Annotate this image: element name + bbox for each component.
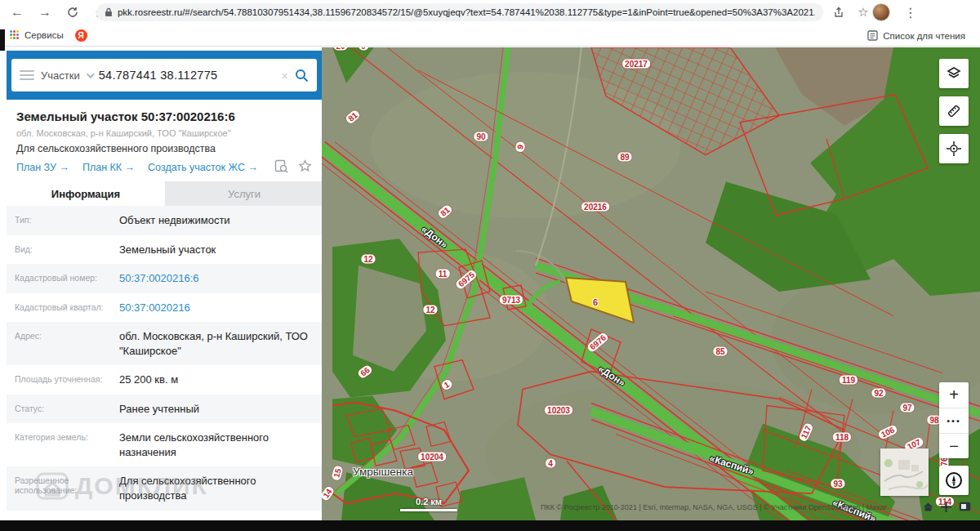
measure-button[interactable]: [939, 96, 969, 126]
clear-search-icon[interactable]: ×: [281, 69, 288, 83]
parcel-label[interactable]: 12: [423, 306, 437, 315]
doc-search-icon[interactable]: [274, 159, 288, 173]
search-input[interactable]: [99, 69, 275, 82]
favorite-star-icon[interactable]: [298, 159, 312, 173]
bottom-black-bar: [0, 520, 980, 531]
center-small-icon[interactable]: [941, 502, 951, 512]
search-field: Участки ×: [11, 59, 317, 91]
card-link-0[interactable]: План ЗУ →: [16, 162, 69, 173]
info-label: Разрешенное использование:: [15, 474, 119, 502]
info-value: Земельный участок: [119, 243, 311, 257]
parcel-label[interactable]: 20216: [581, 203, 609, 212]
info-value: Для сельскохозяйственного производства: [119, 474, 311, 502]
parcel-label[interactable]: 97: [900, 404, 914, 413]
parcel-label[interactable]: 9713: [500, 296, 523, 305]
parcel-label[interactable]: 92: [871, 389, 885, 398]
map-attribution: ПКК © Росреестр 2010-2021 | Esri, Interm…: [541, 503, 887, 511]
parcel-label[interactable]: 93: [831, 480, 844, 489]
back-icon[interactable]: ←: [7, 2, 28, 23]
parcel-label[interactable]: 20217: [622, 60, 650, 69]
info-label: Тип:: [15, 213, 119, 228]
parcel-label[interactable]: 6: [593, 297, 598, 307]
overview-minimap[interactable]: [880, 448, 929, 496]
search-category-label: Участки: [41, 69, 80, 82]
map-canvas[interactable]: 2098181909892021720216121169751297136697…: [322, 47, 980, 520]
info-label: Статус:: [15, 402, 119, 417]
info-value: Земли сельскохозяйственного назначения: [119, 431, 311, 459]
info-table: Тип:Объект недвижимостиВид:Земельный уча…: [7, 206, 323, 531]
info-row: Категория земель:Земли сельскохозяйствен…: [7, 423, 323, 466]
parcel-label[interactable]: 89: [617, 153, 631, 162]
parcel-label[interactable]: 4: [546, 459, 555, 468]
lock-icon: [105, 7, 113, 17]
reload-icon[interactable]: [62, 2, 83, 23]
reading-list-label: Список для чтения: [883, 31, 965, 41]
info-label: Адрес:: [15, 329, 119, 358]
card-link-2[interactable]: Создать участок ЖС →: [148, 162, 258, 173]
share-icon[interactable]: [828, 2, 849, 23]
info-label: Кадастровый квартал:: [15, 301, 119, 315]
info-row: Статус:Ранее учтенный: [7, 395, 323, 424]
menu-hamburger-icon[interactable]: [20, 70, 34, 80]
info-value-link[interactable]: 50:37:0020216: [119, 301, 311, 315]
parcel-label[interactable]: 118: [833, 433, 851, 442]
info-value: Объект недвижимости: [119, 213, 311, 228]
tab-information[interactable]: Информация: [7, 181, 165, 206]
zoom-in-button[interactable]: +: [939, 382, 969, 408]
address-bar[interactable]: pkk.rosreestr.ru/#/search/54.78810307951…: [96, 3, 823, 21]
yandex-bookmark-icon[interactable]: Я: [75, 29, 87, 42]
fullscreen-small-icon[interactable]: [959, 502, 971, 511]
parcel-label[interactable]: 12: [361, 255, 375, 264]
parcel-label[interactable]: 85: [713, 347, 727, 356]
apps-grid-icon[interactable]: [10, 30, 20, 40]
info-value-link[interactable]: 50:37:0020216:6: [119, 271, 311, 286]
browser-toolbar: ← → pkk.rosreestr.ru/#/search/54.7881030…: [0, 0, 980, 25]
parcel-label[interactable]: 119: [840, 376, 858, 385]
card-links: План ЗУ →План КК →Создать участок ЖС →: [16, 162, 312, 173]
parcel-label[interactable]: 90: [474, 132, 488, 141]
parcel-label[interactable]: 11: [436, 270, 450, 279]
info-label: Вид:: [15, 243, 119, 257]
parcel-usage: Для сельскохозяйственного производства: [16, 143, 312, 154]
scale-bar: 0.2 км: [400, 497, 457, 511]
attribution-icons: [923, 502, 971, 512]
compass-icon: [944, 471, 964, 490]
parcel-label[interactable]: 10203: [545, 406, 572, 415]
parcel-address-subtitle: обл. Московская, р-н Каширский, ТОО "Каш…: [16, 128, 312, 138]
search-category-select[interactable]: Участки: [41, 69, 92, 82]
locate-button[interactable]: [939, 466, 969, 495]
browser-menu-icon[interactable]: ⋮: [900, 2, 921, 23]
home-small-icon[interactable]: [923, 502, 933, 512]
crosshair-icon: [946, 141, 962, 157]
tab-services[interactable]: Услуги: [165, 181, 323, 206]
layers-button[interactable]: [939, 59, 969, 88]
info-value: Ранее учтенный: [119, 402, 311, 417]
window-edge: [0, 29, 5, 51]
reading-list[interactable]: Список для чтения: [867, 25, 965, 47]
info-value: 25 200 кв. м: [119, 373, 311, 387]
layers-icon: [946, 65, 962, 82]
info-label: Кадастровый номер:: [15, 271, 119, 286]
parcel-label[interactable]: 10204: [418, 453, 446, 462]
url-text: pkk.rosreestr.ru/#/search/54.78810307951…: [118, 7, 815, 17]
bookmark-services[interactable]: Сервисы: [24, 30, 64, 40]
bookmark-star-icon[interactable]: ☆: [853, 2, 874, 23]
search-icon[interactable]: [295, 69, 309, 83]
zoom-out-button[interactable]: −: [939, 433, 969, 458]
more-tools-button[interactable]: •••: [939, 408, 969, 433]
info-row: Кадастровый номер:50:37:0020216:6: [7, 264, 323, 293]
parcel-title: Земельный участок 50:37:0020216:6: [16, 109, 312, 123]
bookmarks-bar: Сервисы Я Список для чтения: [0, 25, 980, 47]
info-row: Тип:Объект недвижимости: [7, 206, 323, 235]
card-link-1[interactable]: План КК →: [82, 162, 135, 173]
info-row: Кадастровый квартал:50:37:0020216: [7, 293, 323, 323]
avatar[interactable]: [872, 3, 890, 21]
point-button[interactable]: [939, 134, 969, 163]
panel-tabs: Информация Услуги: [7, 181, 323, 206]
info-row: Вид:Земельный участок: [7, 235, 323, 265]
info-label: Категория земель:: [15, 431, 119, 459]
zoom-controls: + ••• −: [939, 382, 969, 458]
chevron-down-icon: [87, 70, 95, 78]
reading-list-icon: [867, 30, 878, 41]
forward-icon[interactable]: →: [34, 2, 56, 23]
